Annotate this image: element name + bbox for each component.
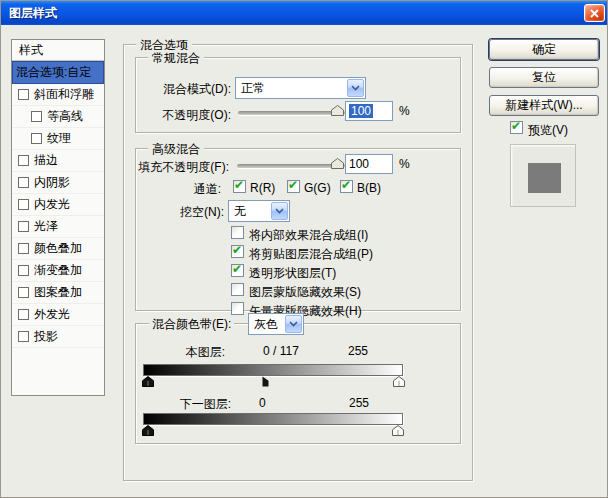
opacity-unit: %: [399, 104, 410, 118]
checkbox[interactable]: [18, 155, 29, 166]
chevron-down-icon[interactable]: [347, 79, 364, 97]
checkbox[interactable]: [31, 111, 42, 122]
fill-opacity-value: 100: [349, 157, 369, 171]
blend-interior-label: 将内部效果混合成组(I): [249, 227, 368, 244]
fill-opacity-input[interactable]: 100: [345, 154, 393, 174]
sidebar-item-label: 光泽: [34, 218, 58, 235]
channel-g-label: G(G): [304, 181, 331, 195]
checkbox[interactable]: [18, 287, 29, 298]
this-layer-black-split-slider[interactable]: [262, 376, 269, 390]
new-style-button[interactable]: 新建样式(W)...: [489, 95, 599, 116]
sidebar-item-stroke[interactable]: 描边: [12, 150, 104, 172]
sidebar-item-gradient-overlay[interactable]: 渐变叠加: [12, 260, 104, 282]
opacity-value: 100: [349, 104, 373, 118]
sidebar-item-contour[interactable]: 等高线: [12, 106, 104, 128]
layer-mask-hides-checkbox[interactable]: [231, 283, 244, 296]
opacity-input[interactable]: 100: [345, 101, 393, 121]
sidebar-item-label: 图案叠加: [34, 284, 82, 301]
transparency-shapes-checkbox[interactable]: [231, 264, 244, 277]
checkbox[interactable]: [18, 89, 29, 100]
ok-button[interactable]: 确定: [489, 39, 599, 60]
fill-opacity-slider[interactable]: [237, 164, 345, 168]
fill-opacity-slider-thumb[interactable]: [331, 158, 344, 169]
ok-button-label: 确定: [532, 41, 556, 58]
underlying-white-value: 255: [349, 396, 369, 410]
fill-opacity-unit: %: [399, 157, 410, 171]
styles-header: 样式: [12, 40, 104, 61]
advanced-blending-title: 高级混合: [148, 141, 204, 158]
underlying-black-value: 0: [259, 396, 266, 410]
checkbox[interactable]: [31, 133, 42, 144]
blend-if-channel-value: 灰色: [249, 316, 284, 333]
styles-list: 样式 混合选项:自定 斜面和浮雕 等高线 纹理 描边 内阴影 内发光 光泽: [11, 39, 105, 396]
blend-if-channel-select[interactable]: 灰色: [248, 313, 304, 335]
underlying-black-slider[interactable]: [142, 425, 154, 439]
blend-if-label: 混合颜色带(E):: [149, 316, 234, 333]
channel-b-label: B(B): [357, 181, 381, 195]
sidebar-item-label: 斜面和浮雕: [34, 86, 94, 103]
checkbox[interactable]: [18, 221, 29, 232]
layer-style-dialog: 图层样式 样式 混合选项:自定 斜面和浮雕 等高线 纹理 描边 内阴影: [0, 0, 608, 498]
vector-mask-hides-checkbox[interactable]: [231, 302, 244, 315]
chevron-down-icon[interactable]: [271, 202, 288, 220]
sidebar-item-drop-shadow[interactable]: 投影: [12, 326, 104, 348]
transparency-shapes-label: 透明形状图层(T): [249, 265, 336, 282]
close-icon: [590, 9, 599, 18]
sidebar-item-satin[interactable]: 光泽: [12, 216, 104, 238]
sidebar-item-label: 颜色叠加: [34, 240, 82, 257]
blend-mode-label: 混合模式(D):: [139, 81, 231, 98]
this-layer-white-value: 255: [348, 344, 368, 358]
underlying-gradient-bar: [143, 413, 403, 425]
opacity-slider-thumb[interactable]: [331, 105, 344, 116]
dialog-title: 图层样式: [9, 5, 57, 22]
sidebar-item-bevel-emboss[interactable]: 斜面和浮雕: [12, 84, 104, 106]
general-blending-title: 常规混合: [148, 50, 204, 67]
layer-mask-hides-label: 图层蒙版隐藏效果(S): [249, 284, 361, 301]
reset-button[interactable]: 复位: [489, 67, 599, 88]
opacity-slider[interactable]: [238, 111, 345, 115]
sidebar-item-pattern-overlay[interactable]: 图案叠加: [12, 282, 104, 304]
sidebar-item-label: 内阴影: [34, 174, 70, 191]
sidebar-item-label: 渐变叠加: [34, 262, 82, 279]
sidebar-item-label: 等高线: [47, 108, 83, 125]
checkbox[interactable]: [18, 199, 29, 210]
checkbox[interactable]: [18, 177, 29, 188]
this-layer-white-slider[interactable]: [393, 376, 405, 390]
channel-r-label: R(R): [250, 181, 275, 195]
channel-b-checkbox[interactable]: [340, 180, 353, 193]
checkbox[interactable]: [18, 243, 29, 254]
sidebar-item-label: 纹理: [47, 130, 71, 147]
channel-g-checkbox[interactable]: [287, 180, 300, 193]
blend-clipped-checkbox[interactable]: [231, 245, 244, 258]
sidebar-item-blending-options[interactable]: 混合选项:自定: [12, 61, 104, 84]
title-bar[interactable]: 图层样式: [1, 1, 608, 25]
chevron-down-icon[interactable]: [285, 315, 302, 333]
checkbox[interactable]: [18, 265, 29, 276]
sidebar-item-outer-glow[interactable]: 外发光: [12, 304, 104, 326]
this-layer-label: 本图层:: [151, 344, 225, 361]
preview-checkbox[interactable]: [510, 121, 523, 134]
blend-interior-checkbox[interactable]: [231, 226, 244, 239]
underlying-layer-label: 下一图层:: [151, 396, 231, 413]
channel-r-checkbox[interactable]: [233, 180, 246, 193]
sidebar-item-inner-glow[interactable]: 内发光: [12, 194, 104, 216]
reset-button-label: 复位: [532, 69, 556, 86]
knockout-select[interactable]: 无: [228, 200, 290, 222]
underlying-white-slider[interactable]: [392, 425, 404, 439]
new-style-button-label: 新建样式(W)...: [505, 97, 582, 114]
blend-mode-value: 正常: [236, 80, 346, 97]
sidebar-item-label: 内发光: [34, 196, 70, 213]
blend-clipped-label: 将剪贴图层混合成组(P): [249, 246, 373, 263]
sidebar-item-label: 描边: [34, 152, 58, 169]
this-layer-black-slider[interactable]: [142, 376, 154, 390]
close-button[interactable]: [584, 4, 605, 22]
blend-mode-select[interactable]: 正常: [235, 77, 366, 99]
checkbox[interactable]: [18, 309, 29, 320]
this-layer-black-value: 0 / 117: [263, 344, 299, 358]
sidebar-item-label: 外发光: [34, 306, 70, 323]
checkbox[interactable]: [18, 331, 29, 342]
sidebar-item-color-overlay[interactable]: 颜色叠加: [12, 238, 104, 260]
sidebar-item-label: 投影: [34, 328, 58, 345]
sidebar-item-inner-shadow[interactable]: 内阴影: [12, 172, 104, 194]
sidebar-item-texture[interactable]: 纹理: [12, 128, 104, 150]
